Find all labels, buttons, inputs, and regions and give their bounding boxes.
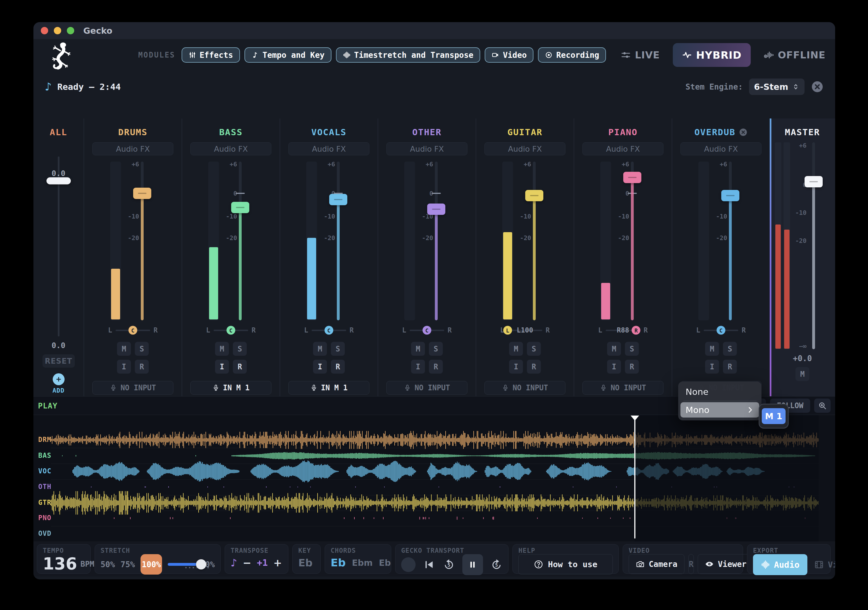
input-monitor-button[interactable]: I <box>705 360 719 374</box>
pan-slider[interactable]: L C R <box>304 325 354 335</box>
skip-to-start-button[interactable] <box>423 559 435 571</box>
forward-5-button[interactable]: 5 <box>490 559 502 571</box>
master-fader-handle[interactable] <box>804 176 823 187</box>
mode-live[interactable]: LIVE <box>621 49 660 61</box>
input-select-button[interactable]: IN M 1 <box>191 381 271 394</box>
pause-button[interactable] <box>462 554 483 575</box>
stretch-preset-50[interactable]: 50% <box>101 560 115 569</box>
volume-fader[interactable] <box>435 161 438 320</box>
record-arm-button[interactable]: R <box>135 360 149 374</box>
pan-knob[interactable]: C <box>226 326 236 335</box>
mute-button[interactable]: M <box>215 342 229 356</box>
input-monitor-button[interactable]: I <box>117 360 131 374</box>
solo-button[interactable]: S <box>527 342 541 356</box>
input-monitor-button[interactable]: I <box>411 360 425 374</box>
close-session-icon[interactable] <box>811 80 824 93</box>
mute-button[interactable]: M <box>411 342 425 356</box>
tempo-value[interactable]: 136 <box>43 554 77 573</box>
solo-button[interactable]: S <box>135 342 149 356</box>
mute-button[interactable]: M <box>313 342 327 356</box>
minimize-window-button[interactable] <box>54 27 61 34</box>
stretch-slider[interactable] <box>168 559 190 570</box>
pan-knob[interactable]: C <box>325 326 333 335</box>
input-select-button[interactable]: NO INPUT <box>386 381 467 394</box>
master-volume-fader[interactable] <box>812 142 815 349</box>
export-video-button[interactable]: Video <box>814 560 835 570</box>
fader-handle[interactable] <box>231 202 249 213</box>
fader-handle[interactable] <box>623 172 642 183</box>
volume-fader[interactable] <box>729 161 732 320</box>
input-monitor-button[interactable]: I <box>607 360 621 374</box>
record-button[interactable] <box>401 557 415 572</box>
audio-fx-button[interactable]: Audio FX <box>191 142 271 155</box>
record-arm-button[interactable]: R <box>527 360 541 374</box>
audio-fx-button[interactable]: Audio FX <box>92 142 174 155</box>
fader-handle[interactable] <box>427 203 445 215</box>
solo-button[interactable]: S <box>331 342 345 356</box>
module-button-tempo-and-key[interactable]: Tempo and Key <box>245 47 332 63</box>
input-monitor-button[interactable]: I <box>509 360 523 374</box>
fader-handle[interactable] <box>329 194 347 205</box>
mute-button[interactable]: M <box>607 342 621 356</box>
mode-hybrid[interactable]: HYBRID <box>673 43 751 67</box>
input-select-button[interactable]: NO INPUT <box>583 381 663 394</box>
volume-fader[interactable] <box>239 161 242 320</box>
audio-fx-button[interactable]: Audio FX <box>484 142 566 155</box>
solo-button[interactable]: S <box>429 342 443 356</box>
pan-slider[interactable]: L C R <box>402 325 452 335</box>
audio-fx-button[interactable]: Audio FX <box>583 142 663 155</box>
record-arm-button[interactable]: R <box>233 360 247 374</box>
volume-fader[interactable] <box>631 161 634 320</box>
how-to-use-button[interactable]: How to use <box>518 554 613 574</box>
pan-slider[interactable]: L R88 R R <box>598 325 648 335</box>
audio-fx-button[interactable]: Audio FX <box>288 142 369 155</box>
menu-item-none[interactable]: None <box>678 384 761 400</box>
chord-1[interactable]: Ebm <box>352 558 372 568</box>
pan-slider[interactable]: L C R <box>696 325 746 335</box>
module-button-effects[interactable]: Effects <box>181 47 240 63</box>
volume-fader[interactable] <box>141 161 144 320</box>
transpose-plus-button[interactable]: + <box>273 556 282 569</box>
module-button-video[interactable]: Video <box>485 47 533 63</box>
mono-input-1-option[interactable]: M 1 <box>762 408 786 424</box>
input-select-button[interactable]: NO INPUT <box>484 381 566 394</box>
pan-slider[interactable]: L L100 L R <box>500 325 550 335</box>
pan-knob[interactable]: R <box>632 326 640 335</box>
remove-channel-icon[interactable] <box>739 128 748 137</box>
export-audio-button[interactable]: Audio <box>753 554 808 575</box>
pan-slider[interactable]: L C R <box>108 325 158 335</box>
input-select-button[interactable]: IN M 1 <box>288 381 369 394</box>
module-button-timestretch-and-transpose[interactable]: Timestretch and Transpose <box>336 47 480 63</box>
stretch-preset-75[interactable]: 75% <box>121 560 135 569</box>
mode-offline[interactable]: OFFLINE <box>764 49 826 61</box>
record-arm-button[interactable]: R <box>625 360 639 374</box>
video-record-button[interactable]: R <box>688 554 694 574</box>
fader-handle[interactable] <box>721 190 739 201</box>
mute-button[interactable]: M <box>705 342 719 356</box>
mute-button[interactable]: M <box>509 342 523 356</box>
pan-knob[interactable]: C <box>129 326 137 335</box>
waveform-timeline[interactable]: DRMBASVOCOTHGTRPNOOVD <box>33 415 835 542</box>
stretch-preset-100[interactable]: 100% <box>141 554 162 574</box>
zoom-in-button[interactable] <box>814 399 831 413</box>
pan-knob[interactable]: C <box>717 326 725 335</box>
transpose-minus-button[interactable]: − <box>242 556 252 569</box>
input-select-button[interactable]: NO INPUT <box>92 381 174 394</box>
fader-handle[interactable] <box>525 190 543 201</box>
stem-engine-select[interactable]: 6-Stem <box>749 79 804 95</box>
zoom-window-button[interactable] <box>67 27 74 34</box>
all-slider-handle[interactable] <box>46 177 71 184</box>
all-volume-slider[interactable]: 0.0 <box>33 157 84 337</box>
record-arm-button[interactable]: R <box>429 360 443 374</box>
module-button-recording[interactable]: Recording <box>538 47 606 63</box>
volume-fader[interactable] <box>533 161 536 320</box>
audio-fx-button[interactable]: Audio FX <box>680 142 761 155</box>
chord-2[interactable]: Eb <box>379 558 391 568</box>
rewind-5-button[interactable]: 5 <box>443 559 455 571</box>
chord-0[interactable]: Eb <box>330 556 346 569</box>
master-mute-button[interactable]: M <box>795 367 809 381</box>
fader-handle[interactable] <box>133 188 151 199</box>
pan-knob[interactable]: C <box>423 326 431 335</box>
mute-button[interactable]: M <box>117 342 131 356</box>
add-channel-button[interactable]: ADD <box>53 373 65 394</box>
